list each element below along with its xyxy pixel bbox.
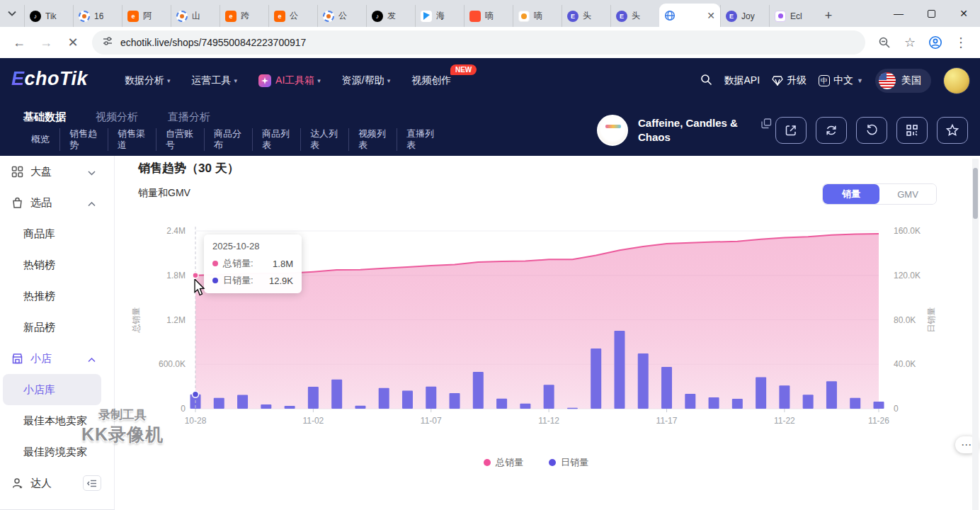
sidebar-item-new-product-ranking[interactable]: 新品榜 [0, 312, 114, 343]
sidebar-item-best-local-sellers[interactable]: 最佳本地卖家 [0, 405, 114, 436]
menu-product-distribution[interactable]: 商品分布 [204, 128, 252, 151]
browser-tab-active[interactable]: ✕ [659, 4, 720, 27]
browser-menu-icon[interactable]: ⋮ [949, 30, 973, 55]
echotik-logo[interactable]: EchoTik [11, 68, 88, 90]
address-bar[interactable]: echotik.live/shops/7495500842223700917 [92, 30, 865, 55]
browser-tab[interactable]: 头 [562, 5, 610, 27]
nav-data-analysis[interactable]: 数据分析▾ [125, 74, 171, 87]
menu-sales-trend[interactable]: 销售趋势 [59, 128, 108, 151]
site-controls-icon[interactable] [102, 35, 113, 50]
chevron-down-icon: ▼ [857, 77, 863, 84]
nav-resources-help[interactable]: 资源/帮助▾ [342, 74, 390, 87]
browser-tab[interactable]: 嘀 [513, 5, 562, 27]
close-window-button[interactable]: ✕ [947, 0, 980, 27]
sidebar-item-product-library[interactable]: 商品库 [0, 218, 114, 249]
nav-ai-toolbox[interactable]: AI工具箱▾ [258, 74, 321, 87]
tab-live-analysis[interactable]: 直播分析 [168, 110, 210, 124]
search-icon[interactable] [700, 74, 712, 88]
upgrade-link[interactable]: 升级 [772, 74, 807, 87]
sidebar-item-creators[interactable]: 达人 [0, 468, 114, 499]
grid-icon [11, 166, 24, 178]
browser-tab[interactable]: 16 [73, 5, 122, 27]
forward-button[interactable]: → [34, 30, 58, 55]
tiger-favicon [518, 11, 530, 22]
sidebar-label: 大盘 [30, 165, 52, 178]
zoom-icon[interactable] [872, 30, 896, 55]
menu-video-list[interactable]: 视频列表 [348, 128, 397, 151]
toggle-sales[interactable]: 销量 [823, 184, 879, 204]
globe-favicon [664, 10, 676, 21]
stop-loading-button[interactable]: ✕ [61, 30, 85, 55]
menu-overview[interactable]: 概览 [22, 128, 59, 151]
menu-label: 概览 [31, 134, 50, 145]
nav-operation-tools[interactable]: 运营工具▾ [192, 74, 238, 87]
orange-app-favicon [274, 11, 285, 22]
browser-tab[interactable]: 嘀 [464, 5, 513, 27]
scrollbar-thumb[interactable] [973, 168, 978, 219]
browser-tab[interactable]: 头 [610, 5, 659, 27]
language-selector[interactable]: 中文▼ [819, 74, 863, 87]
menu-creator-list[interactable]: 达人列表 [300, 128, 348, 151]
sales-trend-chart[interactable]: 2.4M1.8M1.2M600.0K0160.0K120.0K80.0K40.0… [115, 217, 957, 438]
history-button[interactable] [856, 117, 887, 144]
browser-tab[interactable]: Ecl [769, 5, 818, 27]
sidebar-item-best-crossborder-sellers[interactable]: 最佳跨境卖家 [0, 436, 114, 468]
browser-tab[interactable]: 公 [317, 5, 366, 27]
data-api-link[interactable]: 数据API [724, 74, 760, 87]
language-label: 中文 [833, 74, 853, 87]
tab-close-icon[interactable]: ✕ [707, 11, 715, 21]
tooltip-row: 日销量: 12.9K [212, 274, 293, 287]
country-selector[interactable]: 美国 [875, 69, 931, 93]
back-button[interactable]: ← [7, 30, 31, 55]
tab-video-analysis[interactable]: 视频分析 [96, 110, 138, 124]
sidebar-item-market[interactable]: 大盘 [0, 156, 114, 187]
profile-icon[interactable] [923, 30, 947, 55]
sidebar-item-hot-promotion-ranking[interactable]: 热推榜 [0, 280, 114, 312]
pink-dot-icon [212, 261, 218, 266]
sidebar-item-shop[interactable]: 小店 [0, 343, 114, 374]
url-text[interactable]: echotik.live/shops/7495500842223700917 [120, 37, 306, 48]
sidebar-item-product-selection[interactable]: 选品 [0, 187, 114, 218]
browser-tab[interactable]: 海 [415, 5, 464, 27]
nav-video-creation[interactable]: 视频创作NEW [411, 74, 451, 87]
tab-title: Tik [45, 11, 57, 21]
menu-self-accounts[interactable]: 自营账号 [156, 128, 204, 151]
browser-tab[interactable]: 山 [171, 5, 220, 27]
menu-live-list[interactable]: 直播列表 [397, 128, 445, 151]
sidebar-item-shop-library[interactable]: 小店库 [3, 374, 101, 405]
copy-icon[interactable] [761, 118, 772, 132]
browser-tab[interactable]: 阿 [122, 5, 171, 27]
minimize-button[interactable]: — [882, 0, 915, 27]
maximize-button[interactable] [915, 0, 947, 27]
new-tab-button[interactable]: + [818, 5, 839, 27]
open-external-button[interactable] [775, 117, 807, 144]
sidebar-item-hot-sales-ranking[interactable]: 热销榜 [0, 249, 114, 280]
legend-total-sales[interactable]: 总销量 [484, 456, 523, 469]
menu-sales-channel[interactable]: 销售渠道 [108, 128, 156, 151]
bookmark-star-icon[interactable]: ☆ [898, 30, 922, 55]
browser-tab[interactable]: 公 [268, 5, 317, 27]
legend-daily-sales[interactable]: 日销量 [549, 456, 588, 469]
browser-tab[interactable]: 跨 [220, 5, 268, 27]
toggle-gmv[interactable]: GMV [879, 184, 936, 204]
favorite-star-button[interactable] [937, 117, 968, 144]
tab-search-chevron-icon[interactable] [0, 0, 24, 27]
sidebar-collapse-button[interactable] [83, 475, 101, 491]
browser-tab[interactable]: Joy [720, 5, 769, 27]
tooltip-label: 日销量: [223, 274, 253, 287]
shop-name[interactable]: Caffeine, Candles & Chaos [638, 116, 741, 144]
user-avatar[interactable] [943, 67, 970, 94]
tab-basic-data[interactable]: 基础数据 [23, 110, 66, 124]
browser-tab[interactable]: Tik [24, 5, 73, 27]
refresh-button[interactable] [816, 117, 847, 144]
menu-product-list[interactable]: 商品列表 [252, 128, 300, 151]
nav-label: 视频创作 [411, 74, 451, 87]
menu-label: 达人列表 [310, 128, 339, 151]
svg-text:11-12: 11-12 [538, 416, 559, 426]
red-app-favicon [469, 11, 481, 22]
page-scrollbar[interactable] [972, 159, 979, 510]
qr-code-button[interactable] [896, 117, 928, 144]
svg-text:10-28: 10-28 [185, 416, 207, 426]
browser-tab[interactable]: 发 [366, 5, 415, 27]
legend-label: 日销量 [561, 456, 588, 469]
